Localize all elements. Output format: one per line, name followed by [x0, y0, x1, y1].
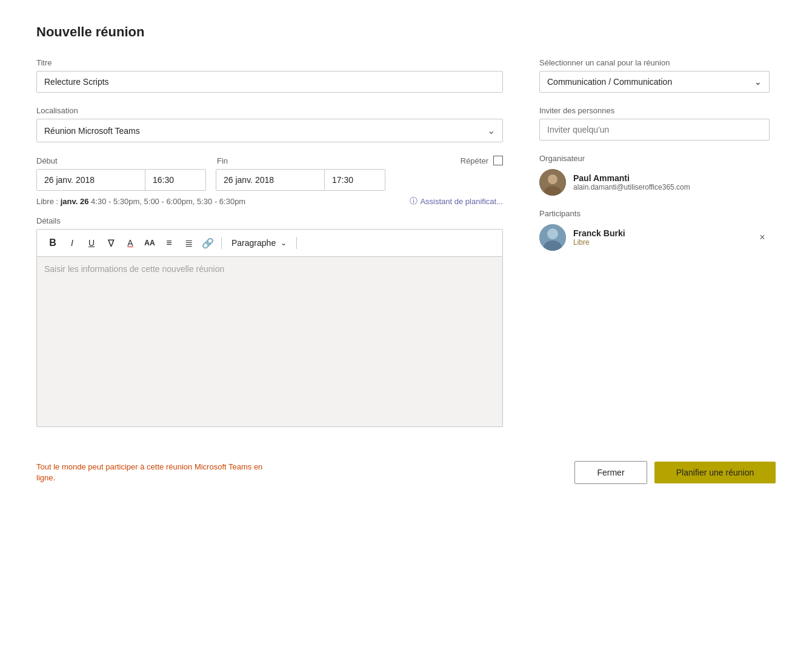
localisation-chevron-icon: ⌄ [487, 125, 495, 136]
editor-placeholder: Saisir les informations de cette nouvell… [44, 264, 224, 274]
inviter-group: Inviter des personnes [539, 106, 770, 141]
main-layout: Titre Localisation Réunion Microsoft Tea… [36, 58, 776, 427]
fin-date-input[interactable] [216, 169, 325, 191]
paragraph-label: Paragraphe [231, 238, 276, 248]
participant-avatar-img-0 [539, 224, 566, 251]
organisateur-row: Paul Ammanti alain.damanti@utiliseroffic… [539, 169, 770, 196]
page-title: Nouvelle réunion [36, 24, 776, 40]
participants-label: Participants [539, 209, 770, 218]
organisateur-avatar [539, 169, 566, 196]
organisateur-info: Paul Ammanti alain.damanti@utiliseroffic… [573, 173, 770, 191]
fin-label: Fin [217, 156, 451, 165]
libre-label: Libre : janv. 26 4:30 - 5:30pm, 5:00 - 6… [36, 197, 245, 206]
footer-notice: Tout le monde peut participer à cette ré… [36, 462, 267, 483]
left-panel: Titre Localisation Réunion Microsoft Tea… [36, 58, 503, 427]
font-color-button[interactable]: A [122, 234, 139, 251]
participant-status-0: Libre [573, 238, 748, 247]
debut-date-input[interactable] [36, 169, 145, 191]
localisation-select[interactable]: Réunion Microsoft Teams ⌄ [36, 119, 503, 142]
footer-buttons: Fermer Planifier une réunion [574, 461, 776, 484]
assistant-link[interactable]: ⓘ Assistant de planificat... [410, 196, 503, 207]
repeter-checkbox[interactable] [493, 156, 503, 165]
debut-datetime-group [36, 169, 206, 191]
titre-label: Titre [36, 58, 503, 67]
bold-button[interactable]: B [44, 234, 61, 251]
localisation-value: Réunion Microsoft Teams [44, 126, 140, 136]
assistant-label: Assistant de planificat... [420, 197, 503, 206]
free-info-text: Libre : janv. 26 4:30 - 5:30pm, 5:00 - 6… [36, 197, 245, 206]
link-button[interactable]: 🔗 [199, 234, 216, 251]
organisateur-section: Organisateur Paul Ammanti alain.damanti@… [539, 154, 770, 196]
editor-content[interactable]: Saisir les informations de cette nouvell… [37, 257, 502, 426]
repeter-label: Répéter [461, 156, 488, 165]
font-size-button[interactable]: AA [141, 234, 158, 251]
canal-value: Communication / Communication [547, 77, 672, 87]
bullet-list-button[interactable]: ≡ [161, 234, 178, 251]
toolbar-divider-2 [296, 237, 297, 249]
participant-avatar-0 [539, 224, 566, 251]
fermer-button[interactable]: Fermer [574, 461, 647, 484]
canal-select[interactable]: Communication / Communication ⌄ [539, 71, 770, 93]
localisation-label: Localisation [36, 106, 503, 115]
titre-group: Titre [36, 58, 503, 93]
new-meeting-page: Nouvelle réunion Titre Localisation Réun… [0, 0, 812, 670]
debut-time-input[interactable] [145, 169, 206, 191]
fin-time-input[interactable] [325, 169, 385, 191]
paragraph-select[interactable]: Paragraphe ⌄ [227, 237, 291, 249]
organisateur-name: Paul Ammanti [573, 173, 770, 183]
debut-label: Début [36, 156, 207, 165]
organisateur-avatar-img [539, 169, 566, 196]
participant-info-0: Franck Burki Libre [573, 228, 748, 247]
strikethrough-button[interactable]: ∇ [102, 234, 119, 251]
fin-datetime-group [216, 169, 385, 191]
paragraph-chevron-icon: ⌄ [281, 239, 287, 247]
titre-input[interactable] [36, 71, 503, 93]
free-info-row: Libre : janv. 26 4:30 - 5:30pm, 5:00 - 6… [36, 196, 503, 207]
toolbar-divider [221, 237, 222, 249]
footer: Tout le monde peut participer à cette ré… [36, 451, 776, 484]
canal-group: Sélectionner un canal pour la réunion Co… [539, 58, 770, 93]
details-label: Détails [36, 216, 503, 225]
right-panel: Sélectionner un canal pour la réunion Co… [539, 58, 770, 427]
editor-container: B I U ∇ A AA ≡ ≣ 🔗 Paragraphe ⌄ [36, 229, 503, 427]
remove-participant-button-0[interactable]: × [755, 230, 770, 245]
editor-toolbar: B I U ∇ A AA ≡ ≣ 🔗 Paragraphe ⌄ [37, 230, 502, 257]
organisateur-label: Organisateur [539, 154, 770, 163]
svg-point-4 [547, 228, 558, 239]
planifier-button[interactable]: Planifier une réunion [654, 462, 776, 483]
canal-chevron-icon: ⌄ [754, 77, 762, 87]
invite-input[interactable] [539, 119, 770, 141]
details-section: Détails B I U ∇ A AA ≡ ≣ 🔗 Para [36, 216, 503, 427]
organisateur-email: alain.damanti@utiliseroffice365.com [573, 183, 770, 191]
participants-section: Participants Franck Burki Libre × [539, 209, 770, 251]
canal-label: Sélectionner un canal pour la réunion [539, 58, 770, 67]
inviter-label: Inviter des personnes [539, 106, 770, 115]
svg-point-1 [548, 174, 557, 184]
underline-button[interactable]: U [83, 234, 100, 251]
participant-name-0: Franck Burki [573, 228, 748, 238]
localisation-group: Localisation Réunion Microsoft Teams ⌄ [36, 106, 503, 142]
participant-row-0: Franck Burki Libre × [539, 224, 770, 251]
numbered-list-button[interactable]: ≣ [180, 234, 197, 251]
italic-button[interactable]: I [64, 234, 81, 251]
